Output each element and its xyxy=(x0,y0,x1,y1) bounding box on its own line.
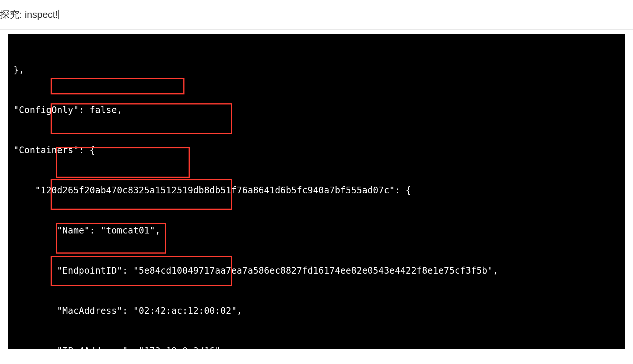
editor-header[interactable]: 探究: inspect! xyxy=(0,0,633,30)
code-line: "EndpointID": "5e84cd10049717aa7ea7a586e… xyxy=(13,264,622,277)
text-cursor xyxy=(58,10,59,19)
terminal-output: }, "ConfigOnly": false, "Containers": { … xyxy=(8,34,625,349)
editor-caret-text[interactable]: 探究: inspect! xyxy=(0,9,58,20)
tomcat01-name-box xyxy=(51,78,184,94)
code-line: "120d265f20ab470c8325a1512519db8db51f76a… xyxy=(13,184,622,197)
code-line: "ConfigOnly": false, xyxy=(13,103,622,117)
code-line: "Name": "tomcat01", xyxy=(13,224,622,237)
code-line: "MacAddress": "02:42:ac:12:00:02", xyxy=(13,304,622,318)
code-line: "Containers": { xyxy=(13,144,622,157)
code-line: }, xyxy=(13,63,622,77)
code-line: "IPv4Address": "172.18.0.2/16", xyxy=(13,344,622,349)
